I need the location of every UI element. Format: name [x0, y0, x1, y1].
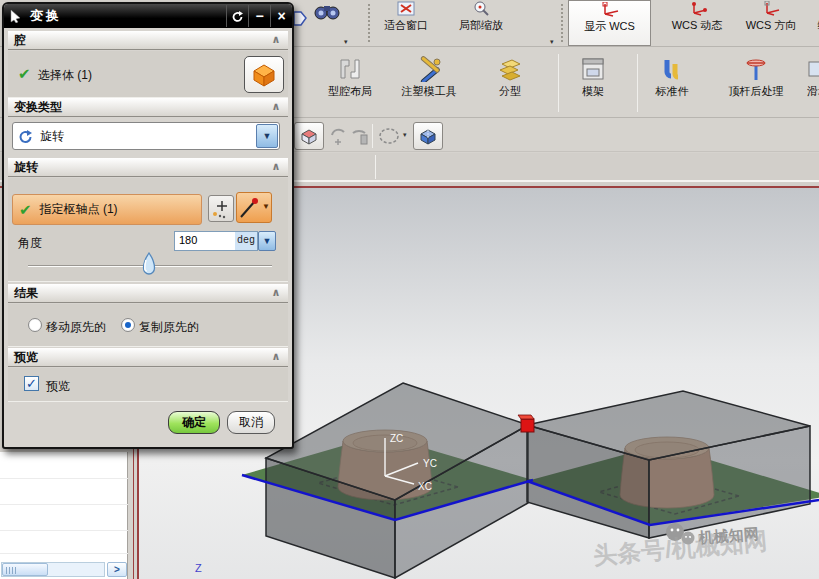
cavity-layout-button[interactable]: 型腔布局 [318, 56, 382, 99]
cavity-group-body: ✔ 选择体 (1) [8, 51, 288, 98]
toolbar-separator [368, 3, 370, 43]
fit-window-button[interactable]: 适合窗口 [375, 1, 437, 33]
preview-checkbox-label[interactable]: 预览 [46, 378, 70, 395]
copy-original-radio[interactable] [121, 318, 135, 332]
snap-point-button[interactable] [413, 122, 443, 150]
angle-input[interactable]: 180 [174, 231, 236, 251]
binoculars-icon[interactable] [312, 2, 342, 20]
wcs-orient-icon [760, 1, 782, 16]
panel-row-line [0, 504, 128, 505]
angle-spinner-button[interactable]: ▼ [258, 231, 276, 251]
panel-row-line [0, 478, 128, 479]
pivot-check-icon: ✔ [19, 201, 32, 219]
angle-unit[interactable]: deg [235, 231, 258, 251]
cursor-arrow-icon [10, 9, 22, 23]
standard-parts-icon [659, 56, 685, 82]
preview-group-header: 预览 ∧ [8, 348, 288, 367]
mold-base-label: 模架 [582, 84, 604, 99]
zoom-region-label: 局部缩放 [459, 18, 503, 33]
wcs-orient-label: WCS 方向 [746, 18, 797, 33]
mold-tools-button[interactable]: 注塑模工具 [392, 56, 466, 99]
wcs-orient-button[interactable]: WCS 方向 [738, 1, 804, 33]
slider-lifter-button[interactable]: 滑块 [798, 56, 819, 99]
scrollbar-thumb[interactable] [2, 563, 48, 576]
cavity-layout-label: 型腔布局 [328, 84, 372, 99]
orient-view-icon[interactable] [349, 125, 371, 147]
move-original-radio[interactable] [28, 318, 42, 332]
cancel-button[interactable]: 取消 [227, 411, 275, 434]
result-header-label: 结果 [14, 285, 38, 302]
standard-parts-button[interactable]: 标准件 [648, 56, 696, 99]
copy-original-label[interactable]: 复制原先的 [139, 319, 199, 336]
ejector-post-label: 顶杆后处理 [729, 84, 784, 99]
lasso-dropdown-arrow[interactable]: ▾ [403, 131, 407, 139]
parting-icon [497, 56, 523, 82]
dialog-close-button[interactable]: × [270, 5, 292, 27]
dialog-minimize-button[interactable]: − [248, 5, 270, 27]
rotate-header-label: 旋转 [14, 159, 38, 176]
wcs-label-zc: ZC [390, 433, 403, 444]
zoom-region-button[interactable]: 局部缩放 [450, 1, 512, 33]
lasso-icon[interactable] [377, 126, 401, 146]
preview-header-label: 预览 [14, 349, 38, 366]
view-group-dropdown-arrow[interactable]: ▾ [550, 38, 554, 46]
toolbar-expand-arrow-icon[interactable] [293, 11, 307, 26]
mold-base-button[interactable]: 模架 [570, 56, 616, 99]
rotate-collapse-chevron[interactable]: ∧ [268, 160, 284, 173]
point-constructor-icon [209, 196, 233, 221]
reset-icon [231, 10, 244, 23]
transform-type-dropdown-button[interactable]: ▼ [256, 124, 278, 148]
solid-body-icon [251, 62, 277, 88]
result-group-header: 结果 ∧ [8, 284, 288, 303]
inferred-point-button[interactable]: ▼ [236, 192, 272, 223]
result-collapse-chevron[interactable]: ∧ [268, 286, 284, 299]
point-dialog-button[interactable] [208, 195, 234, 222]
preview-collapse-chevron[interactable]: ∧ [268, 350, 284, 363]
move-original-label[interactable]: 移动原先的 [46, 319, 106, 336]
slider-lifter-label: 滑块 [807, 84, 819, 99]
angle-slider-thumb[interactable] [140, 252, 158, 278]
zoom-region-icon [472, 1, 490, 16]
standard-parts-label: 标准件 [656, 84, 689, 99]
scrollbar-right-button[interactable]: > [107, 562, 127, 577]
horizontal-scrollbar[interactable] [1, 562, 105, 577]
show-section-button[interactable] [294, 122, 324, 150]
dialog-titlebar[interactable]: 变换 − × [4, 4, 292, 28]
resource-panel[interactable]: > [0, 452, 128, 579]
point-type-dropdown-arrow[interactable]: ▼ [262, 202, 270, 211]
toolbar-separator [637, 54, 638, 112]
panel-row-line [0, 553, 128, 554]
toolbar-separator [558, 54, 559, 112]
watermark: 机械知网 头条号/机械知网 [592, 523, 768, 569]
rotate-point-icon[interactable] [328, 125, 348, 147]
fit-window-label: 适合窗口 [384, 18, 428, 33]
ok-button[interactable]: 确定 [168, 411, 220, 434]
ejector-post-button[interactable]: 顶杆后处理 [718, 56, 794, 99]
select-body-button[interactable] [244, 56, 284, 93]
dialog-reset-button[interactable] [226, 5, 248, 27]
show-wcs-label: 显示 WCS [584, 19, 635, 34]
show-wcs-button[interactable]: 显示 WCS [568, 0, 651, 46]
transform-type-combo[interactable]: 旋转 ▼ [12, 122, 280, 150]
mold-base-icon [580, 56, 606, 82]
wcs-dynamics-button[interactable]: WCS 动态 [658, 1, 736, 33]
pivot-point-row[interactable]: ✔ 指定枢轴点 (1) [12, 194, 202, 225]
show-wcs-icon [599, 2, 621, 17]
application-window: ZC YC XC 机械知网 头条号/机械知网 Z ▾ [0, 0, 819, 579]
wcs-label-xc: XC [418, 481, 432, 492]
status-divider [375, 155, 376, 179]
select-body-label[interactable]: 选择体 (1) [38, 67, 92, 84]
section-box-icon [299, 127, 319, 145]
dialog-title: 变换 [30, 7, 62, 25]
clipped-toolbar-button[interactable]: 编 [808, 1, 819, 33]
binoculars-dropdown-arrow[interactable]: ▾ [344, 38, 348, 46]
transform-type-collapse-chevron[interactable]: ∧ [268, 100, 284, 113]
preview-checkbox[interactable]: ✓ [24, 376, 39, 391]
parting-button[interactable]: 分型 [486, 56, 534, 99]
scrollbar-grip [6, 567, 16, 574]
blue-box-icon [418, 127, 438, 145]
preview-group-body: ✓ 预览 [8, 368, 288, 402]
cavity-collapse-chevron[interactable]: ∧ [268, 33, 284, 46]
result-group-body: 移动原先的 复制原先的 [8, 304, 288, 347]
mold-tools-icon [416, 56, 442, 82]
